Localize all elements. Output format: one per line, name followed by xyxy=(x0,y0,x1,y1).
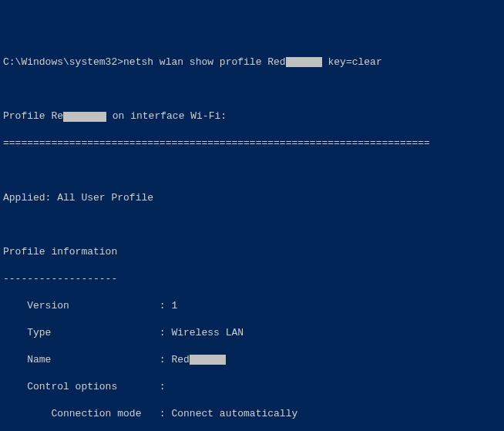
redacted-name xyxy=(190,355,226,365)
name-label: Name : xyxy=(3,353,171,367)
connection-mode-label: Connection mode : xyxy=(3,408,171,419)
applied-line: Applied: All User Profile xyxy=(3,191,501,205)
version-value: 1 xyxy=(171,300,177,311)
section-dash: ------------------- xyxy=(3,272,501,286)
blank-line xyxy=(3,164,501,178)
name-row: Name : Red xyxy=(3,353,501,367)
profile-header-line: Profile Re on interface Wi-Fi: xyxy=(3,109,501,123)
version-label: Version : xyxy=(3,300,171,311)
type-label: Type : xyxy=(3,327,171,338)
profile-header-post: on interface Wi-Fi: xyxy=(106,109,227,123)
section-title-profile: Profile information xyxy=(3,245,501,259)
redacted-profile-name xyxy=(286,57,322,67)
version-row: Version : 1 xyxy=(3,299,501,313)
divider-line: ========================================… xyxy=(3,136,501,150)
command-prompt-line: C:\Windows\system32>netsh wlan show prof… xyxy=(3,56,501,69)
profile-header-pre: Profile Re xyxy=(3,109,63,123)
blank-line xyxy=(3,82,501,96)
control-options-row: Control options : xyxy=(3,380,501,394)
name-value: Red xyxy=(171,353,189,367)
cmd-pre: netsh wlan show profile Red xyxy=(123,56,286,69)
type-row: Type : Wireless LAN xyxy=(3,326,501,340)
prompt-path: C:\Windows\system32> xyxy=(3,56,123,69)
redacted-interface-name xyxy=(63,112,106,122)
cmd-post: key=clear xyxy=(322,56,382,69)
type-value: Wireless LAN xyxy=(171,327,244,338)
connection-mode-row: Connection mode : Connect automatically xyxy=(3,407,501,421)
blank-line xyxy=(3,218,501,232)
connection-mode-value: Connect automatically xyxy=(171,408,297,419)
